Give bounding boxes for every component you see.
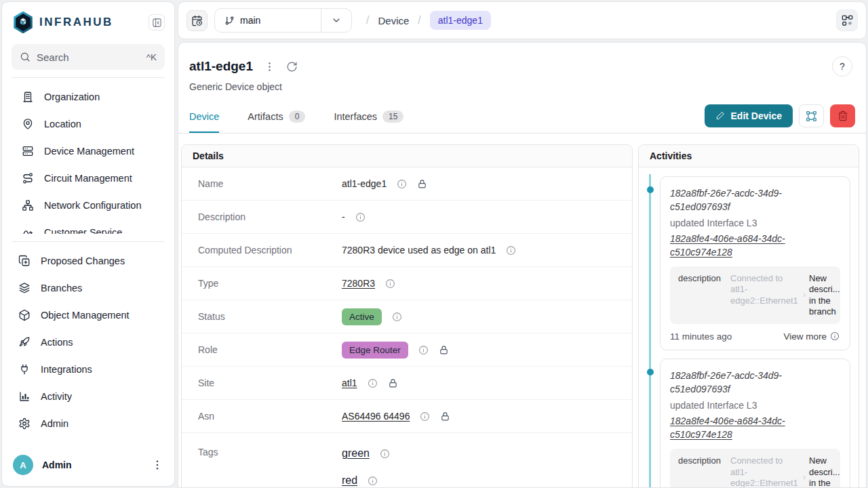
change-old-value: Connected to atl1-edge2::Ethernet1 [730, 455, 800, 488]
detail-value-link[interactable]: AS64496 64496 [342, 411, 410, 422]
tab-device[interactable]: Device [189, 102, 219, 133]
sidebar-item-label: Organization [44, 92, 100, 102]
manage-groups-button[interactable] [799, 104, 824, 127]
search-input[interactable] [37, 52, 140, 63]
topbar: main / Device / atl1-edge1 [178, 1, 867, 39]
breadcrumb-separator: / [364, 14, 371, 26]
info-icon[interactable] [397, 179, 407, 189]
sidebar-item-label: Circuit Management [44, 173, 132, 184]
detail-row-type: Type 7280R3 [182, 267, 632, 300]
tag-link[interactable]: green [342, 447, 370, 460]
sidebar-item-activity[interactable]: Activity [2, 383, 174, 410]
object-group-icon [806, 110, 817, 122]
sidebar-item-admin[interactable]: Admin [2, 410, 174, 437]
page-subtitle: Generic Device object [189, 81, 852, 92]
edit-device-button[interactable]: Edit Device [705, 104, 793, 127]
info-icon[interactable] [355, 212, 366, 222]
sidebar-item-device-management[interactable]: Device Management [2, 138, 174, 165]
change-old-value: Connected to atl1-edge2::Ethernet1 [730, 273, 800, 317]
detail-row-status: Status Active [182, 300, 632, 333]
sidebar-item-object-management[interactable]: Object Management [2, 302, 174, 329]
change-field: description [678, 455, 727, 488]
branch-selected[interactable]: main [215, 9, 321, 32]
schema-graph-icon [841, 14, 854, 27]
info-icon[interactable] [392, 312, 402, 322]
tab-interfaces[interactable]: Interfaces 15 [334, 102, 403, 133]
sidebar-item-label: Actions [41, 337, 73, 348]
sidebar-item-circuit-management[interactable]: Circuit Management [2, 165, 174, 192]
details-panel: Details Name atl1-edge1 Description - Co… [181, 144, 633, 488]
search-input-wrapper[interactable]: ^K [12, 44, 165, 70]
tab-badge: 0 [289, 110, 306, 123]
info-icon[interactable] [368, 476, 378, 486]
tag-link[interactable]: red [342, 474, 357, 487]
sidebar-item-branches[interactable]: Branches [2, 274, 174, 302]
network-icon [22, 199, 34, 211]
chevron-right-icon: › [803, 290, 806, 300]
trash-icon [837, 110, 848, 121]
sidebar-item-proposed-changes[interactable]: Proposed Changes [2, 247, 174, 274]
branch-selector[interactable]: main [214, 8, 352, 33]
sidebar-item-network-configuration[interactable]: Network Configuration [2, 192, 174, 219]
lock-icon [388, 378, 398, 388]
info-icon[interactable] [368, 378, 378, 388]
sidebar-item-label: Admin [41, 418, 68, 429]
help-button[interactable]: ? [832, 56, 852, 77]
tab-artifacts[interactable]: Artifacts 0 [248, 102, 305, 133]
avatar: A [13, 455, 33, 475]
change-field: description [678, 273, 727, 317]
change-new-value: New descri... in the branch [809, 455, 840, 488]
search-shortcut: ^K [146, 52, 157, 62]
info-icon[interactable] [418, 345, 429, 355]
sidebar-item-customer-service[interactable]: Customer Service [2, 219, 174, 234]
sidebar-collapse-button[interactable] [149, 14, 165, 30]
breadcrumb-item-device[interactable]: Device [378, 15, 409, 26]
infrahub-logo[interactable]: INFRAHUB [13, 12, 149, 33]
sidebar-group-app: Proposed Changes Branches Object Managem… [2, 242, 174, 437]
sidebar-item-label: Integrations [41, 364, 92, 375]
detail-label: Site [198, 378, 342, 388]
activity-target-link[interactable]: 182a8fe4-406e-a684-34dc-c510c974e128 [670, 232, 802, 260]
schema-visualizer-button[interactable] [836, 9, 858, 31]
info-icon[interactable] [385, 279, 395, 289]
activity-target-link[interactable]: 182a8fe4-406e-a684-34dc-c510c974e128 [670, 414, 802, 442]
detail-row-description: Description - [182, 201, 632, 234]
view-more-label: View more [783, 331, 827, 342]
lock-icon [417, 179, 427, 189]
rocket-icon [18, 336, 31, 348]
detail-value-link[interactable]: atl1 [342, 378, 357, 388]
sidebar-item-actions[interactable]: Actions [2, 329, 174, 356]
kebab-menu-icon[interactable] [151, 459, 163, 471]
detail-label: Status [198, 311, 342, 322]
title-kebab-menu-icon[interactable] [264, 61, 275, 73]
info-icon[interactable] [380, 449, 390, 459]
user-name: Admin [42, 460, 151, 470]
page-title: atl1-edge1 [189, 59, 253, 74]
building-icon [22, 91, 34, 103]
detail-value-link[interactable]: 7280R3 [342, 278, 375, 289]
chevron-down-icon [331, 15, 342, 26]
sidebar-item-label: Network Configuration [44, 200, 141, 211]
sidebar-item-integrations[interactable]: Integrations [2, 356, 174, 383]
view-more-link[interactable]: View more [783, 331, 840, 342]
info-icon[interactable] [506, 245, 516, 256]
refresh-button[interactable] [286, 61, 298, 73]
sidebar-item-label: Proposed Changes [41, 256, 125, 266]
info-icon[interactable] [420, 411, 430, 422]
sidebar-item-location[interactable]: Location [2, 110, 174, 138]
details-title: Details [182, 145, 632, 167]
breadcrumb-item-current[interactable]: atl1-edge1 [430, 11, 491, 30]
sidebar-item-organization[interactable]: Organization [2, 83, 174, 110]
time-travel-button[interactable] [186, 10, 208, 31]
tab-label: Device [189, 111, 219, 122]
breadcrumb: / Device / atl1-edge1 [364, 11, 491, 30]
gear-icon [18, 418, 31, 430]
activity-timestamp: 11 minutes ago [670, 331, 732, 342]
branch-dropdown-toggle[interactable] [321, 9, 351, 32]
info-icon [830, 331, 840, 342]
layers-icon [18, 282, 31, 294]
user-menu[interactable]: A Admin [2, 448, 174, 486]
delete-device-button[interactable] [830, 104, 855, 127]
refresh-icon [286, 61, 298, 73]
map-pin-icon [22, 118, 34, 130]
